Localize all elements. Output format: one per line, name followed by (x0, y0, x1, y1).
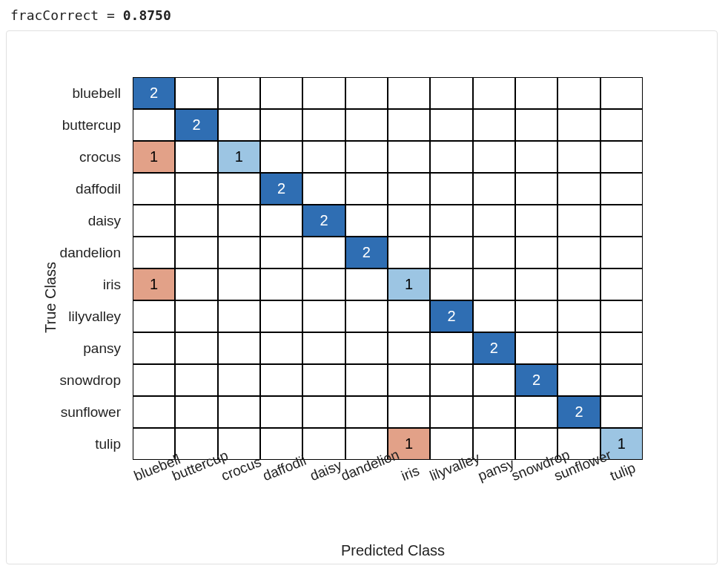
heatmap-cell (302, 332, 345, 364)
heatmap-cell (260, 77, 302, 109)
heatmap-cell (302, 396, 345, 428)
heatmap-cell (557, 77, 600, 109)
heatmap-cell (515, 396, 557, 428)
heatmap-cell (133, 237, 175, 268)
heatmap-cell (345, 77, 388, 109)
heatmap-cell (345, 300, 388, 332)
heatmap-cell (515, 300, 557, 332)
heatmap-cell: 2 (515, 364, 557, 396)
heatmap-cell (473, 364, 515, 396)
heatmap-cell (600, 205, 643, 237)
heatmap-cell (302, 173, 345, 205)
heatmap-cell (175, 268, 217, 300)
heatmap-cell (260, 205, 302, 237)
heatmap-cell (600, 173, 643, 205)
heatmap-cell (557, 205, 600, 237)
heatmap-cell (302, 141, 345, 173)
heatmap-cell (345, 109, 388, 141)
heatmap-cell (260, 332, 302, 364)
heatmap-cell (473, 141, 515, 173)
heatmap-cell (388, 109, 430, 141)
heatmap-cell (218, 396, 260, 428)
heatmap-cell (388, 332, 430, 364)
heatmap-cell (218, 173, 260, 205)
heatmap-cell (473, 173, 515, 205)
heatmap-cell (430, 364, 472, 396)
heatmap-cell (133, 205, 175, 237)
heatmap-cell (600, 237, 643, 268)
y-tick: bluebell (7, 77, 127, 109)
heatmap-cell (345, 364, 388, 396)
y-tick: lilyvalley (7, 300, 127, 332)
heatmap-cell (473, 109, 515, 141)
heatmap-cell (600, 109, 643, 141)
heatmap-cell (473, 268, 515, 300)
y-tick: iris (7, 268, 127, 300)
heatmap-cell (345, 173, 388, 205)
heatmap-cell (345, 332, 388, 364)
heatmap-cell (600, 364, 643, 396)
heatmap-cell (175, 300, 217, 332)
x-tick: bluebell (133, 463, 175, 507)
y-tick: crocus (7, 141, 127, 173)
heatmap-cell (218, 364, 260, 396)
y-tick: snowdrop (7, 364, 127, 396)
heatmap-cell: 1 (388, 268, 430, 300)
heatmap-cell (133, 173, 175, 205)
x-tick: buttercup (175, 463, 217, 507)
y-tick: daisy (7, 205, 127, 237)
heatmap-cell (388, 173, 430, 205)
heatmap-cell (473, 237, 515, 268)
heatmap-cell (600, 141, 643, 173)
heatmap-cell (430, 396, 472, 428)
heatmap-cell (302, 237, 345, 268)
heatmap-cell (175, 77, 217, 109)
output-varname: fracCorrect (10, 7, 99, 23)
heatmap-cell (388, 300, 430, 332)
heatmap-cell (430, 173, 472, 205)
x-tick: lilyvalley (430, 463, 472, 507)
y-tick: daffodil (7, 173, 127, 205)
heatmap-cell (515, 109, 557, 141)
heatmap-cell (260, 237, 302, 268)
heatmap-cell (218, 205, 260, 237)
heatmap-cell (218, 237, 260, 268)
heatmap-cell (430, 77, 472, 109)
heatmap-cell (218, 332, 260, 364)
heatmap-cell (175, 332, 217, 364)
heatmap-cell (473, 77, 515, 109)
output-equals: = (99, 7, 123, 23)
x-tick: sunflower (557, 463, 600, 507)
heatmap-cell (430, 109, 472, 141)
heatmap-cell (600, 77, 643, 109)
heatmap-cell (218, 268, 260, 300)
heatmap-cell (218, 300, 260, 332)
code-output-line: fracCorrect = 0.8750 (6, 6, 722, 30)
heatmap-cell (260, 300, 302, 332)
heatmap-cell (515, 173, 557, 205)
heatmap-cell (175, 396, 217, 428)
x-axis-label: Predicted Class (341, 542, 445, 559)
heatmap-cell (600, 268, 643, 300)
heatmap-cell (388, 237, 430, 268)
heatmap-cell (557, 109, 600, 141)
heatmap-cell: 2 (302, 205, 345, 237)
y-tick: dandelion (7, 237, 127, 268)
heatmap-cell (515, 77, 557, 109)
heatmap-cell (302, 77, 345, 109)
heatmap-cell: 2 (430, 300, 472, 332)
heatmap-cell: 2 (345, 237, 388, 268)
heatmap-cell (557, 364, 600, 396)
heatmap-cell (600, 332, 643, 364)
heatmap-cell (345, 268, 388, 300)
heatmap-cell (302, 428, 345, 460)
heatmap-cell (302, 109, 345, 141)
heatmap-cell (515, 205, 557, 237)
heatmap-cell (218, 77, 260, 109)
heatmap-cell (345, 205, 388, 237)
heatmap-cell (388, 396, 430, 428)
heatmap-cell (388, 77, 430, 109)
heatmap-cell (175, 173, 217, 205)
heatmap-cell (473, 205, 515, 237)
heatmap-cell (260, 396, 302, 428)
